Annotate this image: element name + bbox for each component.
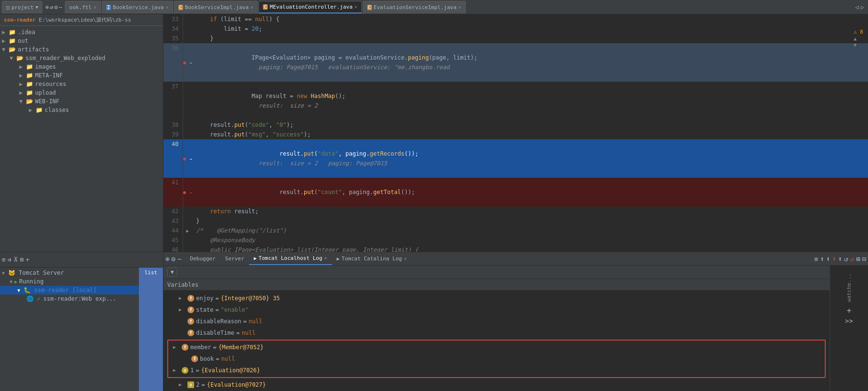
settings-bottom-icon[interactable]: ⚙ (171, 255, 175, 263)
soft-wrap-icon[interactable]: ≡ (814, 255, 818, 263)
artifacts-label: artifacts (18, 46, 49, 53)
tree-artifacts[interactable]: ▼ 📂 artifacts (0, 45, 163, 54)
state-expand[interactable]: ▶ (179, 305, 186, 315)
warning-nav-up[interactable]: ▲ (854, 36, 863, 41)
add-tab-icon[interactable]: ⊕ (45, 4, 49, 11)
evaluationserviceimpl-label: EvaluationServiceImpl.java (374, 4, 457, 11)
code-line-43: 43 } (163, 216, 868, 226)
close-bottom-icon[interactable]: − (177, 255, 181, 263)
add-bottom-icon[interactable]: ⊕ (165, 255, 169, 263)
var-state[interactable]: ▶ f state = "enable" (163, 304, 830, 316)
server-tree: ▼ 🐱 Tomcat Server ▼ ▶ Running ▼ 🐛 ss (0, 268, 139, 391)
bottom-content: ▼ Variables ▶ f enjoy (163, 266, 868, 391)
tab-project[interactable]: ◫ project ▼ (2, 1, 42, 13)
code-scroll[interactable]: 33 if (limit == null) { 34 limit = 20; (163, 14, 868, 252)
debug-step-icon[interactable]: ⇉ (8, 256, 12, 263)
tab-tomcat-catalina[interactable]: ▶ Tomcat Catalina Log × (332, 253, 412, 265)
line-num-33: 33 (163, 14, 183, 24)
member-icon: f (182, 344, 188, 351)
resources-arrow: ▶ (19, 81, 26, 87)
ftl-tab-label: ook.ftl (69, 4, 91, 11)
kill-btn[interactable]: ↺ (850, 255, 854, 263)
server-ssm-reader[interactable]: ▼ 🐛 ssm-reader [local] (0, 286, 139, 294)
debug-frames-icon[interactable]: ⊞ (20, 256, 24, 263)
mevaluation-close[interactable]: × (355, 4, 358, 10)
tree-upload[interactable]: ▶ 📁 upload (0, 88, 163, 97)
tree-classes[interactable]: ▶ 📁 classes (0, 106, 163, 114)
tomcat-localhost-close[interactable]: × (324, 256, 327, 261)
tab-more-icon[interactable]: ◁ (856, 4, 859, 11)
server-web-exp[interactable]: 🌐 ✓ ssm-reader:Web exp... (0, 294, 139, 303)
ftl-tab-close[interactable]: × (94, 5, 97, 10)
tab-debugger[interactable]: Debugger (185, 253, 220, 265)
tree-meta-inf[interactable]: ▶ 📁 META-INF (0, 71, 163, 80)
var-eval-1[interactable]: ▶ ≡ 1 = {Evaluation@7026} (169, 365, 824, 376)
tree-idea[interactable]: ▶ 📁 .idea (0, 28, 163, 37)
evaluationserviceimpl-close[interactable]: × (459, 5, 461, 10)
rerun-btn[interactable]: ↺ (844, 255, 848, 263)
clear-icon[interactable]: ⬇ (832, 255, 836, 263)
tree-out[interactable]: ▶ 📁 out (0, 37, 163, 45)
format-icon[interactable]: ⊟ (862, 255, 866, 263)
split-icon[interactable]: ⇄ (50, 4, 53, 11)
bookserviceimpl-icon: C (178, 5, 183, 10)
code-line-35: 35 } (163, 34, 868, 43)
enjoy-icon: f (187, 295, 194, 302)
warning-nav-down[interactable]: ▼ (854, 42, 863, 48)
tab-project-arrow[interactable]: ▼ (36, 5, 38, 10)
var-eval-2[interactable]: ▶ ≡ 2 = {Evaluation@7027} (163, 379, 830, 391)
scroll-to-end-icon[interactable]: ⬆ (838, 255, 842, 263)
minimize-icon[interactable]: − (59, 4, 62, 11)
var-book[interactable]: f book = null (169, 353, 824, 365)
tomcat-catalina-close[interactable]: × (404, 256, 407, 261)
frame-dropdown[interactable]: ▼ (167, 268, 177, 277)
member-expand[interactable]: ▶ (173, 342, 180, 352)
tree-web-inf[interactable]: ▼ 📂 WEB-INF (0, 97, 163, 106)
settings-icon[interactable]: ⚙ (54, 4, 58, 11)
tab-bar: ◫ project ▼ ⊕ ⇄ ⚙ − ook.ftl × I BookServ… (0, 0, 868, 14)
web-exp-label: ssm-reader:Web exp... (43, 295, 116, 302)
debug-filter-icon[interactable]: ⊼ (13, 256, 18, 263)
tab-bookserviceimpl[interactable]: C BookServiceImpl.java × (174, 1, 258, 13)
table-icon[interactable]: ⊞ (856, 255, 860, 263)
debug-add-icon[interactable]: + (25, 256, 29, 263)
code-line-36: 36 ● → IPage<Evaluation> paging = evalua… (163, 43, 868, 82)
resources-label: resources (35, 81, 66, 87)
var-enjoy[interactable]: ▶ f enjoy = {Integer@7050} 35 (163, 293, 830, 304)
tree-ssm-exploded[interactable]: ▼ 📂 ssm_reader_Web_exploded (0, 54, 163, 62)
debug-bottom-panel: ≡ ⇉ ⊼ ⊞ + ▼ 🐱 Tomcat Server ▼ (0, 252, 163, 391)
bookserviceimpl-close[interactable]: × (250, 5, 253, 10)
tab-tomcat-localhost[interactable]: ▶ Tomcat Localhost Log × (249, 253, 332, 265)
eval1-expand[interactable]: ▶ (173, 366, 180, 375)
tab-list-icon[interactable]: ▷ (861, 4, 864, 11)
out-folder-icon: 📁 (9, 37, 16, 44)
idea-folder-icon: 📁 (9, 29, 16, 36)
tab-server[interactable]: Server (220, 253, 249, 265)
var-member[interactable]: ▶ f member = {Member@7052} (169, 342, 824, 353)
line-content-45: @ResponseBody (192, 235, 868, 245)
tree-resources[interactable]: ▶ 📁 resources (0, 80, 163, 88)
var-disablereason[interactable]: f disableReason = null (163, 316, 830, 327)
server-tomcat[interactable]: ▼ 🐱 Tomcat Server (0, 269, 139, 277)
tab-evaluationserviceimpl[interactable]: C EvaluationServiceImpl.java × (363, 1, 466, 13)
enjoy-value: {Integer@7050} 35 (221, 293, 280, 303)
eval2-expand[interactable]: ▶ (179, 380, 186, 390)
artifacts-folder-icon: 📂 (9, 46, 16, 53)
enjoy-expand[interactable]: ▶ (179, 293, 186, 303)
tab-ftl[interactable]: ook.ftl × (65, 1, 100, 13)
scroll-down-icon[interactable]: ⬇ (826, 255, 830, 263)
tab-project-label: project (12, 4, 34, 11)
bookservice-close[interactable]: × (166, 5, 169, 10)
watch-expand-icon[interactable]: >> (845, 317, 853, 325)
watch-add-icon[interactable]: + (847, 306, 852, 315)
tab-mevaluation[interactable]: C MEvaluationController.java × (259, 1, 361, 13)
scroll-up-icon[interactable]: ⬆ (820, 255, 824, 263)
tree-images[interactable]: ▶ 📁 images (0, 62, 163, 71)
server-running[interactable]: ▼ ▶ Running (0, 277, 139, 286)
tab-bookservice[interactable]: I BookService.java × (102, 1, 173, 13)
debug-rerun-icon[interactable]: ≡ (2, 256, 6, 263)
variables-list[interactable]: ▶ f enjoy = {Integer@7050} 35 ▶ f state (163, 291, 830, 391)
ssm-exploded-label: ssm_reader_Web_exploded (25, 55, 105, 61)
line-num-40: 40 (163, 139, 183, 178)
var-disabletime[interactable]: f disableTime = null (163, 327, 830, 339)
